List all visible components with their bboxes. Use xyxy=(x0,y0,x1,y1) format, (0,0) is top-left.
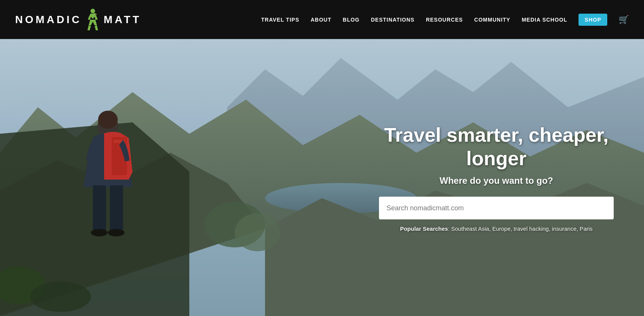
svg-point-19 xyxy=(108,229,125,236)
svg-point-12 xyxy=(30,282,91,312)
nav-destinations[interactable]: DESTINATIONS xyxy=(371,17,415,23)
nav-community[interactable]: COMMUNITY xyxy=(474,17,510,23)
popular-label: Popular Searches xyxy=(400,225,448,232)
popular-items: : Southeast Asia, Europe, travel hacking… xyxy=(448,225,593,232)
hero-subtitle: Where do you want to go? xyxy=(379,175,614,186)
svg-point-20 xyxy=(98,111,118,129)
header: NoMADIC MATT TRAVEL TIPS ABOUT BLOG DEST… xyxy=(0,0,644,39)
nav-travel-tips[interactable]: TRAVEL TIPS xyxy=(261,17,299,23)
hero-section: Travel smarter, cheaper, longer Where do… xyxy=(0,39,644,316)
svg-point-0 xyxy=(90,9,95,13)
hiker-icon xyxy=(85,8,101,31)
hero-person-figure xyxy=(38,89,178,263)
logo-text: NoMADIC MATT xyxy=(15,8,141,31)
cart-icon[interactable]: 🛒 xyxy=(619,15,629,25)
popular-searches: Popular Searches: Southeast Asia, Europe… xyxy=(379,225,614,232)
hero-title: Travel smarter, cheaper, longer xyxy=(379,123,614,171)
nav-media-school[interactable]: MEDIA SCHOOL xyxy=(522,17,567,23)
nav-about[interactable]: ABOUT xyxy=(310,17,331,23)
nav-blog[interactable]: BLOG xyxy=(343,17,359,23)
shop-button[interactable]: SHOP xyxy=(579,14,607,26)
main-nav: TRAVEL TIPS ABOUT BLOG DESTINATIONS RESO… xyxy=(261,14,629,26)
nav-resources[interactable]: RESOURCES xyxy=(426,17,463,23)
search-input[interactable] xyxy=(379,197,614,219)
logo[interactable]: NoMADIC MATT xyxy=(15,8,141,31)
logo-nomadic: NoMADIC xyxy=(15,14,82,26)
svg-point-18 xyxy=(91,229,108,236)
svg-rect-16 xyxy=(93,185,106,231)
logo-matt: MATT xyxy=(104,14,142,26)
hero-content: Travel smarter, cheaper, longer Where do… xyxy=(379,123,614,232)
svg-rect-17 xyxy=(110,185,123,231)
